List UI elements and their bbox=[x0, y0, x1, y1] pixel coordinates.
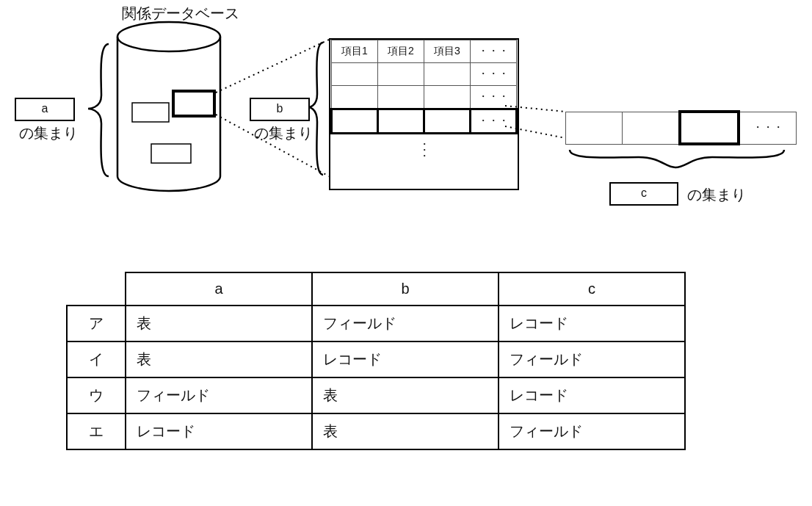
svg-point-0 bbox=[117, 22, 220, 51]
answer-head-b: b bbox=[312, 272, 499, 306]
answer-cell: フィールド bbox=[126, 377, 312, 413]
answer-key: ウ bbox=[67, 377, 126, 413]
schema-header-row: 項目1 項目2 項目3 ・・・ bbox=[332, 40, 517, 63]
answer-key: エ bbox=[67, 413, 126, 449]
dots-cell: ・・・ bbox=[471, 86, 517, 109]
svg-rect-3 bbox=[132, 103, 169, 122]
row-cell-highlight bbox=[680, 112, 739, 144]
schema-row-highlight: ・・・ bbox=[332, 109, 517, 134]
row-detail-row: ・・・ bbox=[566, 112, 797, 144]
schema-col-1: 項目1 bbox=[332, 40, 378, 63]
diagram-title: 関係データベース bbox=[122, 4, 239, 24]
answer-cell: 表 bbox=[312, 377, 499, 413]
answer-key: ア bbox=[67, 306, 126, 341]
schema-row bbox=[332, 165, 517, 189]
label-box-a: a bbox=[15, 98, 75, 121]
answer-cell: レコード bbox=[312, 341, 499, 377]
schema-grid: 項目1 項目2 項目3 ・・・ ・・・ ・・・ ・・・ ・ ・ ・ bbox=[329, 38, 519, 190]
brace-b-icon bbox=[308, 43, 323, 175]
schema-vdots-row: ・ ・ ・ bbox=[332, 134, 517, 166]
answer-cell: レコード bbox=[499, 377, 685, 413]
page-root: 関係データベース a の集まり b の集まり c の集まり 項目1 項目2 項目… bbox=[0, 0, 812, 506]
row-cell-dots: ・・・ bbox=[739, 112, 797, 144]
label-box-b: b bbox=[250, 98, 310, 121]
dots-cell: ・・・ bbox=[471, 109, 517, 134]
answer-row: イ 表 レコード フィールド bbox=[67, 341, 685, 377]
vdot: ・ bbox=[419, 150, 429, 162]
answer-key: イ bbox=[67, 341, 126, 377]
db-tables-icon bbox=[132, 91, 214, 163]
row-cell bbox=[566, 112, 623, 144]
schema-col-3: 項目3 bbox=[424, 40, 471, 63]
answer-head-c: c bbox=[499, 272, 685, 306]
brace-a-icon bbox=[88, 44, 109, 176]
schema-grid-table: 項目1 項目2 項目3 ・・・ ・・・ ・・・ ・・・ ・ ・ ・ bbox=[330, 40, 518, 189]
label-c-caption: の集まり bbox=[687, 185, 746, 205]
label-a-caption: の集まり bbox=[19, 123, 78, 143]
dots-cell: ・・・ bbox=[471, 63, 517, 86]
svg-rect-5 bbox=[151, 144, 191, 163]
schema-row: ・・・ bbox=[332, 63, 517, 86]
answer-header-row: a b c bbox=[67, 272, 685, 306]
row-cell bbox=[623, 112, 681, 144]
answer-row: ア 表 フィールド レコード bbox=[67, 306, 685, 341]
answer-table: a b c ア 表 フィールド レコード イ 表 レコード フィールド ウ フィ… bbox=[66, 272, 686, 450]
answer-cell: 表 bbox=[126, 341, 312, 377]
cylinder-icon bbox=[117, 22, 220, 191]
schema-col-dots: ・・・ bbox=[471, 40, 517, 63]
answer-cell: 表 bbox=[126, 306, 312, 341]
schema-col-2: 項目2 bbox=[378, 40, 424, 63]
answer-cell: フィールド bbox=[499, 413, 685, 449]
answer-cell: レコード bbox=[499, 306, 685, 341]
schema-row: ・・・ bbox=[332, 86, 517, 109]
answer-row: エ レコード 表 フィールド bbox=[67, 413, 685, 449]
answer-row: ウ フィールド 表 レコード bbox=[67, 377, 685, 413]
answer-cell: フィールド bbox=[499, 341, 685, 377]
label-b-caption: の集まり bbox=[254, 123, 313, 143]
answer-corner bbox=[67, 272, 126, 306]
svg-rect-4 bbox=[173, 91, 214, 116]
answer-cell: レコード bbox=[126, 413, 312, 449]
answer-cell: 表 bbox=[312, 413, 499, 449]
row-detail-table: ・・・ bbox=[565, 110, 797, 145]
answer-head-a: a bbox=[126, 272, 312, 306]
label-box-c: c bbox=[609, 182, 678, 206]
brace-c-icon bbox=[570, 150, 784, 167]
row-detail: ・・・ bbox=[565, 110, 797, 145]
answer-cell: フィールド bbox=[312, 306, 499, 341]
svg-line-6 bbox=[216, 40, 329, 93]
